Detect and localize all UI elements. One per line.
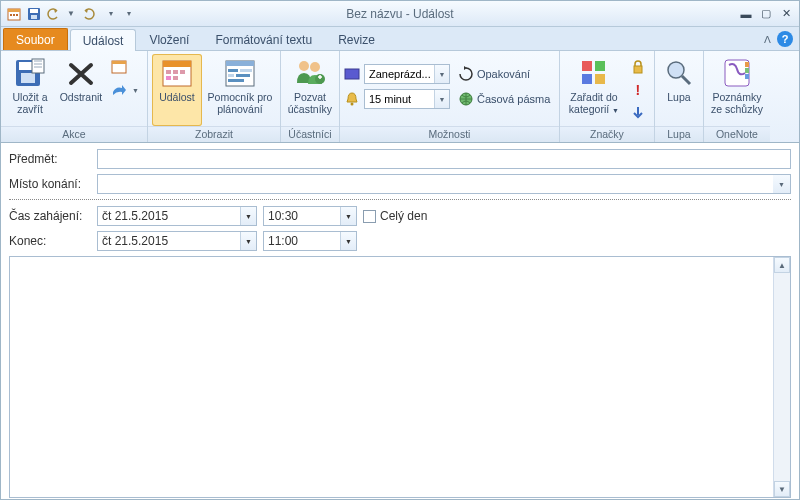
high-importance-button[interactable]: ! [626,79,650,101]
tab-review[interactable]: Revize [325,28,388,50]
invite-label: Pozvat účastníky [285,91,335,115]
scroll-down-button[interactable]: ▼ [774,481,790,497]
maximize-button[interactable]: ▢ [757,6,775,22]
svg-rect-23 [228,69,238,72]
save-icon [27,7,41,21]
invite-attendees-button[interactable]: Pozvat účastníky [285,54,335,126]
scroll-up-button[interactable]: ▲ [774,257,790,273]
start-time-combo[interactable]: 10:30 ▼ [263,206,357,226]
recurrence-button[interactable]: Opakování [454,63,534,85]
group-zoom: Lupa Lupa [655,51,704,142]
calendar-event-icon [161,57,193,89]
help-button[interactable]: ? [777,31,793,47]
svg-rect-3 [13,14,15,16]
body-editor[interactable] [10,257,772,497]
timezones-label: Časová pásma [477,93,550,105]
undo-dropdown[interactable]: ▼ [65,9,77,18]
low-importance-icon [630,105,646,121]
chevron-down-icon: ▼ [434,65,449,83]
qat-save-button[interactable] [25,5,43,23]
group-actions: Uložit a zavřít Odstranit ▼ Akce [1,51,148,142]
calendar-small-button[interactable] [107,56,143,78]
group-options-label: Možnosti [340,126,559,142]
svg-point-29 [310,62,320,72]
tab-format-text[interactable]: Formátování textu [202,28,325,50]
onenote-label: Poznámky ze schůzky [708,91,766,115]
qat-redo-button[interactable] [79,5,97,23]
save-close-button[interactable]: Uložit a zavřít [5,54,55,126]
reminder-combo[interactable]: 15 minut ▼ [364,89,450,109]
svg-rect-19 [166,76,171,80]
svg-rect-43 [745,74,749,79]
zoom-button[interactable]: Lupa [659,54,699,126]
event-view-label: Událost [159,91,195,103]
redo-icon [81,7,95,21]
location-input[interactable] [97,174,773,194]
svg-rect-7 [31,15,37,19]
svg-rect-37 [595,74,605,84]
quick-access-toolbar: ▼ ▾ ▾ [5,5,133,23]
recurrence-icon [458,66,474,82]
svg-point-28 [299,61,309,71]
collapse-ribbon-icon[interactable]: ᐱ [764,34,771,45]
magnifier-icon [663,57,695,89]
location-label: Místo konání: [9,177,91,191]
subject-input[interactable] [97,149,791,169]
tab-file[interactable]: Soubor [3,28,68,50]
chevron-down-icon: ▼ [240,232,256,250]
svg-rect-15 [163,61,191,67]
group-zoom-label: Lupa [655,126,703,142]
qat-more-dropdown[interactable]: ▾ [125,9,133,18]
end-date-value: čt 21.5.2015 [102,234,168,248]
end-date-combo[interactable]: čt 21.5.2015 ▼ [97,231,257,251]
svg-rect-13 [112,61,126,64]
group-tags: Zařadit do kategorií ▼ ! Značky [560,51,655,142]
location-dropdown-button[interactable]: ▼ [773,174,791,194]
window-controls: ▬ ▢ ✕ [737,6,795,22]
group-show-label: Zobrazit [148,126,280,142]
svg-rect-34 [582,61,592,71]
chevron-down-icon: ▼ [778,181,785,188]
timezones-button[interactable]: Časová pásma [454,88,554,110]
chevron-down-icon: ▼ [434,90,449,108]
close-button[interactable]: ✕ [777,6,795,22]
scheduling-assistant-button[interactable]: Pomocník pro plánování [204,54,276,126]
delete-label: Odstranit [60,91,103,103]
start-date-value: čt 21.5.2015 [102,209,168,223]
qat-calendar-button[interactable] [5,5,23,23]
qat-undo-button[interactable] [45,5,63,23]
private-button[interactable] [626,56,650,78]
svg-point-39 [668,62,684,78]
categorize-button[interactable]: Zařadit do kategorií ▼ [564,54,624,126]
people-icon [294,57,326,89]
end-time-combo[interactable]: 11:00 ▼ [263,231,357,251]
delete-button[interactable]: Odstranit [57,54,105,126]
show-as-combo[interactable]: Zaneprázd... ▼ [364,64,450,84]
group-onenote-label: OneNote [704,126,770,142]
calendar-small-icon [111,59,127,75]
vertical-scrollbar[interactable]: ▲ ▼ [773,257,790,497]
low-importance-button[interactable] [626,102,650,124]
allday-checkbox[interactable]: Celý den [363,209,427,223]
event-view-button[interactable]: Událost [152,54,202,126]
start-date-combo[interactable]: čt 21.5.2015 ▼ [97,206,257,226]
svg-rect-27 [228,79,244,82]
minimize-button[interactable]: ▬ [737,6,755,22]
svg-rect-20 [173,76,178,80]
qat-customize-dropdown[interactable]: ▾ [107,9,115,18]
end-time-label: Konec: [9,234,91,248]
svg-rect-18 [180,70,185,74]
forward-small-button[interactable]: ▼ [107,79,143,101]
tab-insert[interactable]: Vložení [136,28,202,50]
svg-rect-25 [228,74,234,77]
delete-icon [65,57,97,89]
group-options: Zaneprázd... ▼ Opakování 15 minut ▼ Časo… [340,51,560,142]
tab-event[interactable]: Událost [70,29,137,51]
scroll-track[interactable] [774,273,790,481]
group-tags-label: Značky [560,126,654,142]
allday-label: Celý den [380,209,427,223]
save-close-icon [14,57,46,89]
busy-swatch-icon [344,66,360,82]
svg-rect-38 [634,66,642,73]
onenote-notes-button[interactable]: Poznámky ze schůzky [708,54,766,126]
